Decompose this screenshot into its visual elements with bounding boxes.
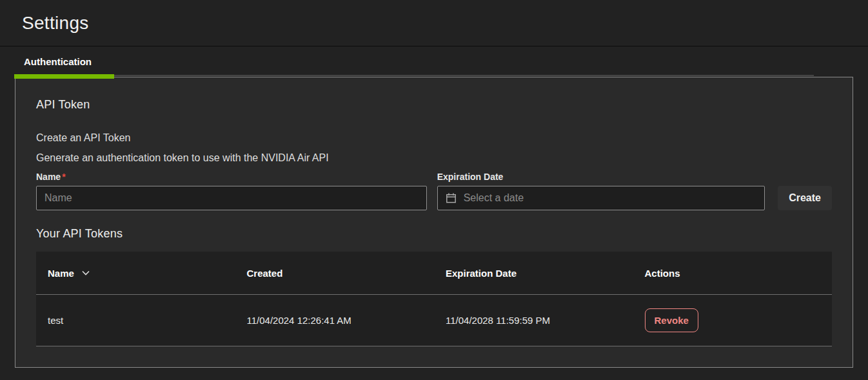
page-title: Settings <box>22 13 89 34</box>
token-name-cell: test <box>36 315 235 326</box>
create-token-form: Name* Expiration Date Create <box>36 172 832 210</box>
create-token-heading: Create an API Token <box>36 132 832 144</box>
name-label-text: Name <box>36 172 61 182</box>
chevron-down-icon[interactable] <box>82 270 90 275</box>
column-header-actions: Actions <box>633 268 833 279</box>
column-header-name-label: Name <box>48 268 74 279</box>
calendar-icon <box>446 193 457 204</box>
tokens-table: Name Created Expiration Date Actions tes… <box>36 252 832 346</box>
name-field-label: Name* <box>36 172 427 182</box>
section-title-api-token: API Token <box>36 98 832 112</box>
token-created-cell: 11/04/2024 12:26:41 AM <box>235 315 435 326</box>
name-input[interactable] <box>36 186 427 210</box>
section-title-your-api-tokens: Your API Tokens <box>36 227 832 241</box>
table-row: test 11/04/2024 12:26:41 AM 11/04/2028 1… <box>36 295 832 346</box>
name-field-group: Name* <box>36 172 427 210</box>
revoke-button[interactable]: Revoke <box>645 308 698 332</box>
column-header-expiration: Expiration Date <box>434 268 633 279</box>
create-button[interactable]: Create <box>778 186 832 210</box>
token-expiration-cell: 11/04/2028 11:59:59 PM <box>434 315 633 326</box>
expiration-field-group: Expiration Date <box>437 172 765 210</box>
table-header-row: Name Created Expiration Date Actions <box>36 252 832 295</box>
expiration-field-label: Expiration Date <box>437 172 765 182</box>
expiration-input-wrap <box>437 186 765 210</box>
tab-bar-divider <box>14 75 814 76</box>
token-actions-cell: Revoke <box>633 308 833 332</box>
expiration-date-input[interactable] <box>437 186 765 210</box>
create-token-description: Generate an authentication token to use … <box>36 152 832 164</box>
tab-bar: Authentication <box>14 46 814 77</box>
tab-authentication[interactable]: Authentication <box>24 56 92 67</box>
active-tab-indicator <box>14 74 114 79</box>
column-header-created: Created <box>235 268 435 279</box>
required-asterisk: * <box>62 172 65 182</box>
column-header-name: Name <box>36 268 235 279</box>
api-token-card: API Token Create an API Token Generate a… <box>15 77 853 368</box>
page-header: Settings <box>0 0 868 46</box>
